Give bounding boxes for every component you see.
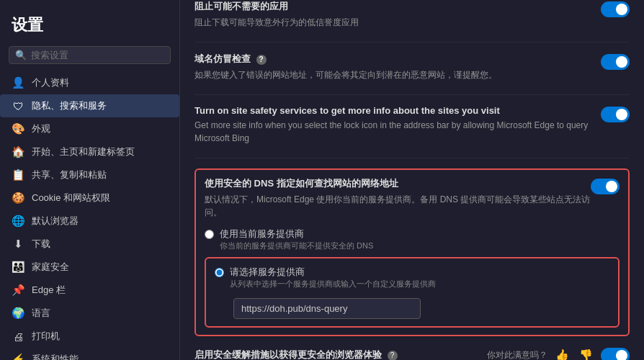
dns-custom-desc: 从列表中选择一个服务提供商或输入一个自定义服务提供商 [230, 279, 436, 289]
sidebar-item-label: 家庭安全 [32, 261, 69, 274]
dns-spoof-text: 域名仿冒检查 ? 如果您键入了错误的网站地址，可能会将其定向到潜在的恶意网站，谨… [194, 53, 592, 84]
appearance-icon: 🎨 [12, 122, 24, 135]
site-safety-desc: Get more site info when you select the l… [194, 119, 592, 145]
sidebar-item-appearance[interactable]: 🎨 外观 [0, 117, 179, 140]
block-apps-section: 阻止可能不需要的应用 阻止下载可能导致意外行为的低信誉度应用 [194, 0, 630, 42]
main-content: 阻止可能不需要的应用 阻止下载可能导致意外行为的低信誉度应用 域名仿冒检查 ? … [180, 0, 644, 360]
dns-current-label: 使用当前服务提供商 [220, 228, 373, 240]
sidebar-item-label: 默认浏览器 [32, 215, 79, 228]
site-safety-text: Turn on site safety services to get more… [194, 105, 592, 148]
sidebar-item-default[interactable]: 🌐 默认浏览器 [0, 210, 179, 233]
secure-dns-desc: 默认情况下，Microsoft Edge 使用你当前的服务提供商。备用 DNS … [205, 193, 591, 219]
sidebar: 设置 🔍 👤 个人资料 🛡 隐私、搜索和服务 🎨 外观 🏠 开始、主页和新建标签… [0, 0, 180, 360]
search-input[interactable] [31, 50, 164, 60]
safe-browsing-title: 启用安全缓解措施以获得更安全的浏览器体验 [194, 349, 382, 360]
secure-dns-text: 使用安全的 DNS 指定如何查找网站的网络地址 默认情况下，Microsoft … [205, 177, 591, 222]
sidebar-item-newtab[interactable]: 🏠 开始、主页和新建标签页 [0, 140, 179, 163]
custom-dns-box: 请选择服务提供商 从列表中选择一个服务提供商或输入一个自定义服务提供商 [205, 257, 620, 328]
secure-dns-toggle-row: 使用安全的 DNS 指定如何查找网站的网络地址 默认情况下，Microsoft … [205, 177, 620, 222]
sidebar-item-label: 个人资料 [32, 76, 69, 89]
dns-current-text: 使用当前服务提供商 你当前的服务提供商可能不提供安全的 DNS [220, 228, 373, 251]
secure-dns-slider [591, 179, 620, 194]
dns-current-radio[interactable] [205, 230, 214, 239]
sidebar-item-label: 开始、主页和新建标签页 [32, 145, 135, 158]
sharing-icon: 📋 [12, 168, 24, 181]
feedback-like-button[interactable]: 👍 [553, 348, 571, 360]
sidebar-item-edgebar[interactable]: 📌 Edge 栏 [0, 279, 179, 302]
dns-spoof-desc: 如果您键入了错误的网站地址，可能会将其定向到潜在的恶意网站，谨提醒您。 [194, 68, 592, 81]
performance-icon: ⚡ [12, 353, 24, 360]
dns-custom-text: 请选择服务提供商 从列表中选择一个服务提供商或输入一个自定义服务提供商 [230, 266, 436, 289]
privacy-icon: 🛡 [12, 100, 24, 112]
block-apps-toggle[interactable] [601, 1, 630, 17]
site-safety-row: Turn on site safety services to get more… [194, 105, 630, 148]
search-icon: 🔍 [15, 50, 27, 60]
secure-dns-title: 使用安全的 DNS 指定如何查找网站的网络地址 [205, 177, 591, 190]
block-apps-row: 阻止可能不需要的应用 阻止下载可能导致意外行为的低信誉度应用 [194, 0, 630, 32]
cookies-icon: 🍪 [12, 192, 24, 204]
dns-url-input[interactable] [233, 298, 421, 319]
dns-spoof-title: 域名仿冒检查 ? [194, 53, 592, 66]
dns-spoof-section: 域名仿冒检查 ? 如果您键入了错误的网站地址，可能会将其定向到潜在的恶意网站，谨… [194, 53, 630, 95]
dns-custom-radio[interactable] [215, 268, 224, 277]
sidebar-item-label: 隐私、搜索和服务 [32, 99, 107, 112]
safe-browsing-title-block: 启用安全缓解措施以获得更安全的浏览器体验 ? [194, 348, 398, 360]
sidebar-item-label: 外观 [32, 122, 50, 135]
site-safety-section: Turn on site safety services to get more… [194, 105, 630, 158]
sidebar-item-family[interactable]: 👨‍👩‍👧 家庭安全 [0, 256, 179, 279]
family-icon: 👨‍👩‍👧 [12, 261, 24, 274]
safe-browsing-header: 启用安全缓解措施以获得更安全的浏览器体验 ? 你对此满意吗？ 👍 👎 [194, 346, 630, 360]
sidebar-item-label: 语言 [32, 307, 50, 320]
sidebar-item-sharing[interactable]: 📋 共享、复制和粘贴 [0, 163, 179, 186]
feedback-dislike-button[interactable]: 👎 [577, 348, 595, 360]
sidebar-item-downloads[interactable]: ⬇ 下载 [0, 233, 179, 256]
sidebar-item-label: 共享、复制和粘贴 [32, 168, 107, 181]
block-apps-title: 阻止可能不需要的应用 [194, 0, 592, 13]
block-apps-slider [601, 1, 630, 17]
secure-dns-toggle[interactable] [591, 179, 620, 194]
site-safety-slider [601, 107, 630, 122]
dns-radio-current: 使用当前服务提供商 你当前的服务提供商可能不提供安全的 DNS [205, 228, 620, 251]
dns-radio-group: 使用当前服务提供商 你当前的服务提供商可能不提供安全的 DNS 请选择服务提供商… [205, 228, 620, 328]
site-safety-title: Turn on site safety services to get more… [194, 105, 592, 116]
sidebar-item-profile[interactable]: 👤 个人资料 [0, 71, 179, 94]
safe-browsing-help-icon[interactable]: ? [388, 351, 398, 360]
print-icon: 🖨 [12, 330, 24, 343]
newtab-icon: 🏠 [12, 145, 24, 158]
safe-browsing-toggle[interactable] [601, 348, 630, 360]
downloads-icon: ⬇ [12, 238, 24, 251]
block-apps-text: 阻止可能不需要的应用 阻止下载可能导致意外行为的低信誉度应用 [194, 0, 592, 32]
edgebar-icon: 📌 [12, 284, 24, 297]
feedback-text: 你对此满意吗？ [487, 349, 547, 361]
secure-dns-section: 使用安全的 DNS 指定如何查找网站的网络地址 默认情况下，Microsoft … [194, 168, 630, 336]
dns-radio-custom: 请选择服务提供商 从列表中选择一个服务提供商或输入一个自定义服务提供商 [215, 266, 609, 289]
safe-browsing-slider [601, 348, 630, 360]
sidebar-item-label: 下载 [32, 238, 50, 251]
sidebar-item-print[interactable]: 🖨 打印机 [0, 325, 179, 348]
site-safety-toggle[interactable] [601, 107, 630, 122]
language-icon: 🌍 [12, 307, 24, 320]
dns-current-desc: 你当前的服务提供商可能不提供安全的 DNS [220, 240, 373, 251]
block-apps-desc: 阻止下载可能导致意外行为的低信誉度应用 [194, 16, 592, 29]
dns-spoof-help-icon[interactable]: ? [256, 55, 267, 65]
sidebar-item-label: Cookie 和网站权限 [32, 192, 110, 204]
dns-spoof-slider [601, 54, 630, 70]
sidebar-item-cookies[interactable]: 🍪 Cookie 和网站权限 [0, 186, 179, 210]
search-box[interactable]: 🔍 [9, 46, 171, 64]
sidebar-item-language[interactable]: 🌍 语言 [0, 302, 179, 325]
page-title: 设置 [0, 7, 179, 42]
feedback-row: 你对此满意吗？ 👍 👎 [487, 346, 630, 360]
sidebar-item-label: Edge 栏 [32, 284, 66, 297]
dns-spoof-row: 域名仿冒检查 ? 如果您键入了错误的网站地址，可能会将其定向到潜在的恶意网站，谨… [194, 53, 630, 84]
safe-browsing-section: 启用安全缓解措施以获得更安全的浏览器体验 ? 你对此满意吗？ 👍 👎 启用此模式… [194, 346, 630, 360]
sidebar-item-privacy[interactable]: 🛡 隐私、搜索和服务 [0, 94, 179, 117]
dns-spoof-toggle[interactable] [601, 54, 630, 70]
sidebar-item-label: 打印机 [32, 330, 60, 343]
sidebar-item-performance[interactable]: ⚡ 系统和性能 [0, 348, 179, 360]
dns-custom-label: 请选择服务提供商 [230, 266, 436, 279]
default-icon: 🌐 [12, 215, 24, 228]
profile-icon: 👤 [12, 76, 24, 89]
sidebar-item-label: 系统和性能 [32, 353, 79, 360]
